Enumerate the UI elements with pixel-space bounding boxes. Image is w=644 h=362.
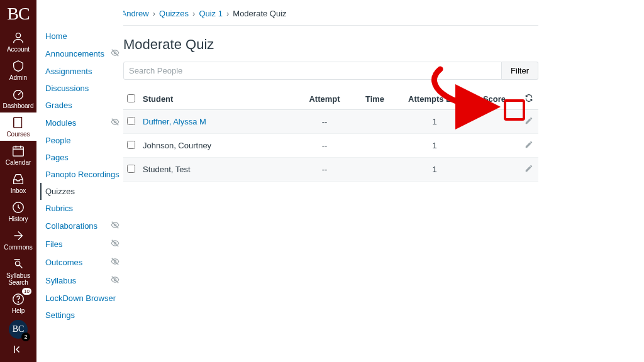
table-row: Duffner, Alyssa M--1 [123, 110, 538, 134]
sidebar-item-label: Panopto Recordings [45, 170, 119, 179]
sidebar-item-discussions[interactable]: Discussions [40, 80, 123, 97]
badge-count: 10 [22, 288, 31, 295]
sidebar-item-label: Announcements [45, 49, 104, 58]
nav-history[interactable]: History [0, 197, 36, 226]
page-title: Moderate Quiz [123, 36, 538, 53]
nav-label: Courses [6, 131, 30, 138]
sidebar-item-label: Quizzes [45, 187, 75, 196]
sidebar-item-announcements[interactable]: Announcements [40, 45, 123, 63]
nav-label: Inbox [11, 187, 26, 194]
nav-label: Help [12, 307, 25, 314]
moderate-table: Student Attempt Time Attempts Left Score… [123, 89, 538, 182]
search-row: Filter [123, 62, 538, 80]
row-checkbox[interactable] [127, 165, 135, 173]
sidebar-item-label: Pages [45, 153, 69, 162]
cell-attempts-left: 1 [400, 134, 469, 158]
nav-label: Dashboard [3, 102, 34, 109]
sidebar-item-label: LockDown Browser [45, 293, 116, 303]
filter-button[interactable]: Filter [502, 62, 538, 80]
table-row: Johnson, Courtney--1 [123, 134, 538, 158]
sidebar-item-collaborations[interactable]: Collaborations [40, 217, 123, 235]
cell-score [469, 134, 519, 158]
breadcrumb-item[interactable]: Quizzes [159, 9, 189, 18]
sidebar-item-lockdown[interactable]: LockDown Browser [40, 290, 123, 307]
refresh-icon[interactable] [525, 94, 533, 102]
edit-icon[interactable] [525, 140, 533, 149]
sidebar-item-pages[interactable]: Pages [40, 149, 123, 166]
nav-label: Admin [9, 74, 27, 81]
global-nav: BC AccountAdminDashboardCoursesCalendarI… [0, 0, 36, 362]
sidebar-item-label: Syllabus [45, 276, 76, 285]
cell-attempts-left: 1 [400, 110, 469, 134]
student-name: Student, Test [143, 165, 191, 174]
content: Moderate Quiz Filter Student Attempt Tim… [123, 36, 538, 182]
hidden-icon [111, 118, 119, 128]
search-input[interactable] [123, 62, 502, 80]
brand-logo: BC [7, 0, 29, 28]
row-checkbox[interactable] [127, 141, 135, 149]
hidden-icon [111, 275, 119, 286]
sidebar-item-files[interactable]: Files [40, 235, 123, 253]
col-student: Student [139, 89, 299, 110]
sidebar-item-label: Files [45, 239, 62, 249]
cell-attempts-left: 1 [400, 158, 469, 182]
sidebar-item-label: Rubrics [45, 204, 73, 213]
nav-calendar[interactable]: Calendar [0, 141, 36, 169]
svg-point-4 [15, 261, 19, 265]
sidebar-item-label: Collaborations [45, 221, 97, 231]
edit-icon[interactable] [525, 116, 533, 125]
course-nav: HomeAnnouncementsAssignmentsDiscussionsG… [36, 0, 123, 362]
nav-syllabus[interactable]: SyllabusSearch [0, 254, 36, 289]
sidebar-item-people[interactable]: People [40, 132, 123, 149]
col-attempt: Attempt [299, 89, 350, 110]
svg-point-0 [16, 33, 20, 38]
svg-point-6 [18, 302, 18, 302]
sidebar-item-label: Settings [45, 310, 75, 320]
sidebar-item-panopto[interactable]: Panopto Recordings [40, 166, 123, 183]
sidebar-item-outcomes[interactable]: Outcomes [40, 253, 123, 272]
cell-score [469, 158, 519, 182]
hidden-icon [111, 221, 119, 231]
sidebar-item-settings[interactable]: Settings [40, 307, 123, 324]
nav-admin[interactable]: Admin [0, 56, 36, 84]
cell-time [350, 110, 400, 134]
student-name: Johnson, Courtney [143, 141, 211, 150]
sidebar-item-modules[interactable]: Modules [40, 114, 123, 132]
breadcrumb-item[interactable]: Quiz 1 [199, 9, 223, 18]
nav-label: Calendar [6, 159, 31, 166]
row-checkbox[interactable] [127, 117, 135, 125]
breadcrumb-item: Moderate Quiz [233, 9, 286, 18]
nav-commons[interactable]: Commons [0, 226, 36, 254]
sidebar-item-label: Outcomes [45, 258, 82, 267]
nav-label: SyllabusSearch [6, 272, 30, 286]
sidebar-item-home[interactable]: Home [40, 28, 123, 45]
edit-icon[interactable] [525, 164, 533, 173]
nav-dashboard[interactable]: Dashboard [0, 84, 36, 112]
sidebar-item-label: Assignments [45, 67, 92, 76]
avatar[interactable]: BC [9, 320, 28, 339]
cell-time [350, 134, 400, 158]
chevron-right-icon: › [192, 9, 195, 18]
sidebar-item-syllabus[interactable]: Syllabus [40, 272, 123, 290]
global-nav-footer: BC [0, 320, 36, 362]
collapse-nav-icon[interactable] [13, 344, 24, 357]
chevron-right-icon: › [153, 9, 155, 18]
sidebar-item-label: Modules [45, 118, 76, 128]
nav-courses[interactable]: Courses [0, 112, 36, 141]
select-all-checkbox[interactable] [127, 94, 135, 102]
sidebar-item-rubrics[interactable]: Rubrics [40, 200, 123, 217]
annotation-highlight-box [504, 99, 525, 121]
nav-account[interactable]: Account [0, 28, 36, 56]
col-attempts-left: Attempts Left [400, 89, 469, 110]
sidebar-item-assignments[interactable]: Assignments [40, 63, 123, 80]
nav-help[interactable]: Help10 [0, 289, 36, 317]
sidebar-item-label: Home [45, 31, 67, 41]
sidebar-item-grades[interactable]: Grades [40, 97, 123, 114]
cell-attempt: -- [299, 110, 350, 134]
svg-rect-2 [13, 147, 24, 156]
sidebar-item-quizzes[interactable]: Quizzes [40, 183, 123, 200]
topbar: Practice Site for Andrew›Quizzes›Quiz 1›… [40, 6, 638, 21]
nav-inbox[interactable]: Inbox [0, 169, 36, 197]
student-link[interactable]: Duffner, Alyssa M [143, 117, 206, 126]
nav-label: History [8, 216, 28, 222]
